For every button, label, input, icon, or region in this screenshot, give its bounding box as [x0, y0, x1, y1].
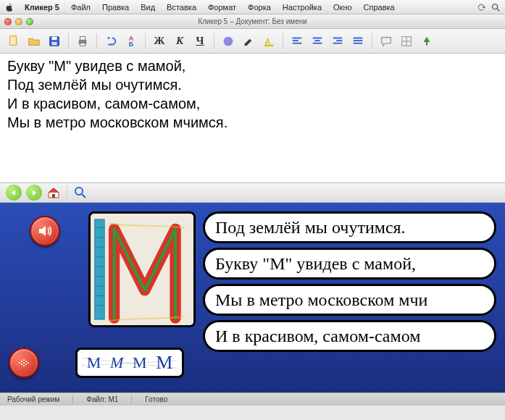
minimize-window-button[interactable] — [15, 18, 22, 25]
apple-menu-icon[interactable] — [4, 2, 14, 12]
status-file: Файл: М1 — [86, 395, 118, 403]
svg-rect-11 — [264, 44, 274, 46]
svg-point-49 — [25, 361, 27, 362]
menubar-extras — [476, 2, 501, 12]
doc-line: Мы в метро московском мчимся. — [7, 113, 498, 132]
menu-file[interactable]: Файл — [65, 1, 96, 13]
svg-point-0 — [493, 4, 498, 9]
menu-window[interactable]: Окно — [327, 1, 358, 13]
main-toolbar: АБ Ж К Ч A — [0, 29, 505, 54]
italic-button[interactable]: К — [172, 33, 188, 49]
underline-button[interactable]: Ч — [192, 33, 208, 49]
zoom-window-button[interactable] — [26, 18, 33, 25]
svg-line-1 — [497, 8, 500, 11]
sentence-cell[interactable]: Букву "М" увидев с мамой, — [203, 248, 496, 280]
svg-rect-27 — [426, 41, 427, 45]
svg-point-48 — [23, 365, 25, 366]
align-left-button[interactable] — [289, 33, 305, 49]
grid-nav-toolbar — [0, 182, 505, 203]
zoom-button[interactable] — [73, 185, 88, 200]
svg-point-46 — [23, 359, 25, 361]
menu-view[interactable]: Вид — [135, 1, 161, 13]
sentence-cell[interactable]: Мы в метро московском мчи — [203, 284, 496, 316]
menu-format[interactable]: Формат — [202, 1, 242, 13]
align-right-button[interactable] — [330, 33, 346, 49]
menu-help[interactable]: Справка — [358, 1, 401, 13]
svg-point-43 — [19, 362, 20, 364]
svg-point-29 — [75, 188, 83, 195]
speech-bubble-button[interactable] — [378, 33, 394, 49]
font-color-button[interactable] — [220, 33, 236, 49]
new-doc-button[interactable] — [6, 33, 22, 49]
doc-line: Под землёй мы очутимся. — [7, 75, 498, 94]
svg-rect-7 — [80, 36, 85, 40]
nav-back-button[interactable] — [6, 185, 22, 201]
nav-forward-button[interactable] — [26, 185, 42, 201]
app-menu[interactable]: Кликер 5 — [19, 1, 65, 13]
save-button[interactable] — [46, 33, 62, 49]
svg-point-50 — [25, 364, 27, 365]
svg-rect-4 — [51, 36, 57, 40]
spellcheck-button[interactable]: АБ — [123, 33, 139, 49]
align-center-button[interactable] — [309, 33, 325, 49]
undo-button[interactable] — [103, 33, 119, 49]
open-button[interactable] — [26, 33, 42, 49]
svg-rect-5 — [51, 41, 57, 45]
menu-insert[interactable]: Вставка — [161, 1, 202, 13]
align-justify-button[interactable] — [350, 33, 366, 49]
sync-icon[interactable] — [476, 2, 486, 12]
text-color-button[interactable]: A — [261, 33, 277, 49]
svg-point-47 — [23, 362, 25, 364]
svg-rect-8 — [80, 43, 85, 46]
tree-button[interactable] — [419, 33, 435, 49]
letter-variants-cell[interactable]: М М М М — [75, 348, 184, 378]
svg-line-30 — [82, 194, 85, 198]
letter-variant: М — [156, 352, 172, 374]
doc-line: И в красивом, самом-самом, — [7, 94, 498, 113]
document-editor[interactable]: Букву "М" увидев с мамой, Под землёй мы … — [0, 54, 505, 182]
svg-text:A: A — [265, 36, 271, 45]
status-mode: Рабочий режим — [7, 395, 59, 403]
bold-button[interactable]: Ж — [151, 33, 167, 49]
menu-edit[interactable]: Правка — [96, 1, 135, 13]
letter-variant: М — [87, 353, 101, 372]
svg-point-45 — [21, 364, 22, 365]
home-button[interactable] — [46, 185, 61, 200]
svg-point-44 — [21, 361, 22, 362]
clicker-grid: Под землёй мы очутимся. Букву "М" увидев… — [0, 203, 505, 392]
svg-point-9 — [224, 36, 233, 46]
speak-button[interactable] — [30, 216, 60, 246]
grid-view-button[interactable] — [398, 33, 414, 49]
svg-rect-32 — [95, 219, 104, 319]
picture-cell-letter-m[interactable] — [88, 211, 196, 327]
spotlight-icon[interactable] — [491, 2, 501, 12]
sentence-cell[interactable]: Под землёй мы очутимся. — [203, 211, 496, 243]
print-button[interactable] — [75, 33, 91, 49]
window-controls — [4, 18, 33, 25]
window-title: Кликер 5 – Документ: Без имени — [0, 17, 505, 25]
svg-point-51 — [28, 362, 29, 364]
system-menubar: Кликер 5 Файл Правка Вид Вставка Формат … — [0, 0, 505, 14]
menu-settings[interactable]: Настройка — [277, 1, 327, 13]
send-button[interactable] — [9, 348, 39, 378]
sentence-cell[interactable]: И в красивом, самом-самом — [203, 320, 496, 352]
menu-forka[interactable]: Форка — [242, 1, 277, 13]
status-bar: Рабочий режим Файл: М1 Готово — [0, 392, 505, 406]
doc-line: Букву "М" увидев с мамой, — [7, 56, 498, 75]
window-titlebar: Кликер 5 – Документ: Без имени — [0, 14, 505, 29]
svg-rect-28 — [52, 194, 55, 198]
highlight-button[interactable] — [241, 33, 256, 49]
status-ready: Готово — [145, 395, 167, 403]
close-window-button[interactable] — [4, 18, 12, 25]
